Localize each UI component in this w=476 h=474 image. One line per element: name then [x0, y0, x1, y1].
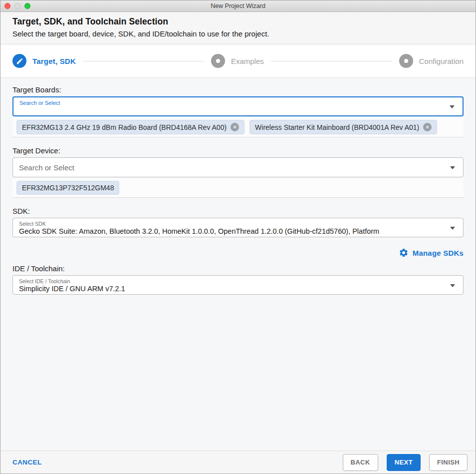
- sdk-select-label: Select SDK: [19, 221, 445, 227]
- wizard-stepper: Target, SDK Examples Configuration: [0, 44, 476, 78]
- target-boards-chips-row: EFR32MG13 2.4 GHz 19 dBm Radio Board (BR…: [12, 117, 464, 137]
- sdk-select[interactable]: Select SDK Gecko SDK Suite: Amazon, Blue…: [12, 218, 464, 237]
- pencil-icon: [12, 54, 26, 68]
- ide-toolchain-label: IDE / Toolchain:: [12, 264, 464, 273]
- back-button[interactable]: BACK: [343, 454, 378, 471]
- manage-sdks-button[interactable]: Manage SDKs: [12, 248, 464, 258]
- wizard-header: Target, SDK, and Toolchain Selection Sel…: [0, 12, 476, 44]
- close-window-button[interactable]: [4, 3, 10, 9]
- step-label-target-sdk: Target, SDK: [32, 57, 76, 65]
- target-boards-select[interactable]: Search or Select: [12, 96, 464, 116]
- traffic-lights: [4, 0, 30, 11]
- remove-chip-icon[interactable]: ✕: [423, 123, 432, 131]
- stepper-connector: [83, 61, 204, 61]
- wizard-form: Target Boards: Search or Select EFR32MG1…: [0, 78, 476, 451]
- device-chip: EFR32MG13P732F512GM48: [16, 181, 119, 195]
- target-device-select[interactable]: Search or Select: [12, 157, 464, 177]
- target-boards-label: Target Boards:: [12, 85, 464, 94]
- target-boards-placeholder: Search or Select: [19, 100, 60, 106]
- window-titlebar: New Project Wizard: [0, 0, 476, 12]
- step-dot-icon: [399, 54, 413, 68]
- step-examples[interactable]: Examples: [211, 54, 264, 68]
- chevron-down-icon[interactable]: [450, 284, 455, 287]
- remove-chip-icon[interactable]: ✕: [231, 123, 239, 131]
- page-title: Target, SDK, and Toolchain Selection: [12, 16, 464, 27]
- stepper-connector: [271, 61, 392, 61]
- target-device-section: Target Device: Search or Select EFR32MG1…: [12, 146, 464, 198]
- cancel-button[interactable]: CANCEL: [12, 454, 42, 471]
- new-project-wizard-window: New Project Wizard Target, SDK, and Tool…: [0, 0, 476, 474]
- ide-toolchain-select-value: Simplicity IDE / GNU ARM v7.2.1: [19, 285, 445, 293]
- ide-toolchain-section: IDE / Toolchain: Select IDE / Toolchain …: [12, 264, 464, 295]
- step-label-examples: Examples: [231, 57, 264, 65]
- target-device-placeholder: Search or Select: [19, 158, 74, 177]
- step-target-sdk[interactable]: Target, SDK: [12, 54, 76, 68]
- step-configuration[interactable]: Configuration: [399, 54, 464, 68]
- target-device-label: Target Device:: [12, 146, 464, 155]
- gear-icon: [399, 248, 409, 258]
- page-subtitle: Select the target board, device, SDK, an…: [12, 29, 464, 38]
- board-chip: EFR32MG13 2.4 GHz 19 dBm Radio Board (BR…: [16, 120, 244, 134]
- target-device-chips-row: EFR32MG13P732F512GM48: [12, 178, 464, 198]
- ide-toolchain-select-label: Select IDE / Toolchain: [19, 278, 445, 284]
- wizard-footer: CANCEL BACK NEXT FINISH: [0, 451, 476, 474]
- target-boards-section: Target Boards: Search or Select EFR32MG1…: [12, 85, 464, 137]
- board-chip-label: Wireless Starter Kit Mainboard (BRD4001A…: [255, 123, 419, 131]
- step-dot-icon: [211, 54, 225, 68]
- finish-button[interactable]: FINISH: [429, 454, 468, 471]
- step-label-configuration: Configuration: [419, 57, 464, 65]
- board-chip-label: EFR32MG13 2.4 GHz 19 dBm Radio Board (BR…: [22, 123, 227, 131]
- device-chip-label: EFR32MG13P732F512GM48: [22, 184, 114, 192]
- zoom-window-button[interactable]: [24, 3, 30, 9]
- sdk-select-value: Gecko SDK Suite: Amazon, Bluetooth 3.2.0…: [19, 227, 445, 235]
- ide-toolchain-select[interactable]: Select IDE / Toolchain Simplicity IDE / …: [12, 275, 464, 295]
- chevron-down-icon[interactable]: [450, 105, 455, 108]
- window-title: New Project Wizard: [211, 2, 265, 9]
- chevron-down-icon[interactable]: [450, 227, 455, 230]
- sdk-section: SDK: Select SDK Gecko SDK Suite: Amazon,…: [12, 207, 464, 258]
- board-chip: Wireless Starter Kit Mainboard (BRD4001A…: [249, 120, 437, 134]
- chevron-down-icon[interactable]: [450, 166, 455, 169]
- manage-sdks-label: Manage SDKs: [413, 249, 464, 257]
- next-button[interactable]: NEXT: [387, 454, 421, 471]
- minimize-window-button[interactable]: [14, 3, 20, 9]
- sdk-label: SDK:: [12, 207, 464, 215]
